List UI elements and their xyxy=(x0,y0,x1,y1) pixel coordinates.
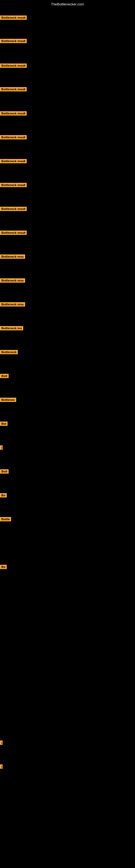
badge-wrapper-5: Bottleneck result xyxy=(0,135,27,141)
badge-wrapper-10: Bottleneck resu xyxy=(0,254,25,260)
badge-wrapper-18: | xyxy=(0,445,2,451)
bottleneck-result-badge[interactable]: Bott xyxy=(0,469,9,474)
badge-wrapper-14: Bottleneck xyxy=(0,350,18,355)
bottleneck-result-badge[interactable]: Bottle xyxy=(0,517,11,521)
bottleneck-result-badge[interactable]: Bottleneck result xyxy=(0,39,27,43)
badge-wrapper-16: Bottlenec xyxy=(0,398,16,403)
bottleneck-result-badge[interactable]: Bottleneck resu xyxy=(0,302,25,307)
badge-wrapper-11: Bottleneck resu xyxy=(0,278,25,284)
bottleneck-result-badge[interactable]: | xyxy=(0,764,3,769)
bottleneck-result-badge[interactable]: Bottleneck result xyxy=(0,111,27,116)
bottleneck-result-badge[interactable]: | xyxy=(0,741,3,745)
badge-wrapper-23: | xyxy=(0,741,2,746)
bottleneck-result-badge[interactable]: Bottleneck resu xyxy=(0,278,25,283)
badge-wrapper-7: Bottleneck result xyxy=(0,183,27,188)
badge-wrapper-19: Bott xyxy=(0,469,9,475)
badge-wrapper-17: Bot xyxy=(0,422,8,427)
badge-wrapper-13: Bottleneck res xyxy=(0,326,23,332)
badge-wrapper-1: Bottleneck result xyxy=(0,39,27,44)
badge-wrapper-21: Bottle xyxy=(0,517,11,522)
badge-wrapper-15: Bott xyxy=(0,374,9,379)
badge-wrapper-24: | xyxy=(0,764,2,770)
badge-wrapper-4: Bottleneck result xyxy=(0,111,27,117)
bottleneck-result-badge[interactable]: Bottleneck result xyxy=(0,183,27,187)
bottleneck-result-badge[interactable]: Bo xyxy=(0,565,7,569)
bottleneck-result-badge[interactable]: Bottleneck result xyxy=(0,63,27,68)
bottleneck-result-badge[interactable]: Bottleneck result xyxy=(0,135,27,140)
bottleneck-result-badge[interactable]: | xyxy=(0,445,3,450)
bottleneck-result-badge[interactable]: Bottleneck result xyxy=(0,16,27,20)
badge-wrapper-2: Bottleneck result xyxy=(0,63,27,69)
bottleneck-result-badge[interactable]: Bottleneck xyxy=(0,350,18,354)
bottleneck-result-badge[interactable]: Bottleneck result xyxy=(0,230,27,235)
bottleneck-result-badge[interactable]: Bottlenec xyxy=(0,398,16,402)
badge-wrapper-9: Bottleneck result xyxy=(0,230,27,236)
bottleneck-result-badge[interactable]: Bottleneck resu xyxy=(0,254,25,259)
badge-wrapper-20: Bo xyxy=(0,493,7,499)
bottleneck-result-badge[interactable]: Bott xyxy=(0,374,9,378)
bottleneck-result-badge[interactable]: Bottleneck result xyxy=(0,87,27,91)
badge-wrapper-0: Bottleneck result xyxy=(0,16,27,21)
badge-wrapper-6: Bottleneck result xyxy=(0,159,27,164)
bottleneck-result-badge[interactable]: Bo xyxy=(0,493,7,497)
bottleneck-result-badge[interactable]: Bot xyxy=(0,422,8,426)
badge-wrapper-12: Bottleneck resu xyxy=(0,302,25,308)
site-title: TheBottlenecker.com xyxy=(0,1,135,7)
bottleneck-result-badge[interactable]: Bottleneck result xyxy=(0,159,27,163)
bottleneck-result-badge[interactable]: Bottleneck result xyxy=(0,207,27,211)
badge-wrapper-22: Bo xyxy=(0,565,7,570)
badge-wrapper-8: Bottleneck result xyxy=(0,207,27,212)
bottleneck-result-badge[interactable]: Bottleneck res xyxy=(0,326,23,330)
badge-wrapper-3: Bottleneck result xyxy=(0,87,27,93)
